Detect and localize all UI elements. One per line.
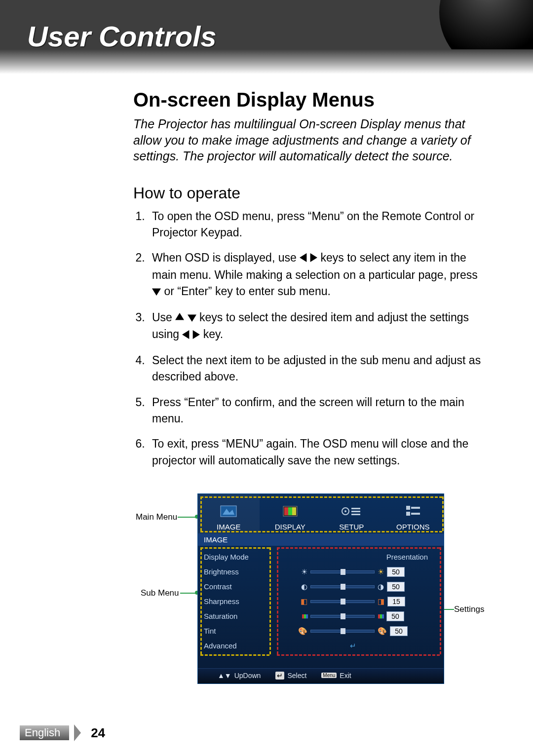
svg-rect-18: [406, 506, 410, 510]
svg-rect-19: [411, 507, 420, 509]
osd-footer: ▲▼UpDown ↵Select MenuExit: [198, 668, 444, 683]
step-5: Press “Enter” to confirm, and the screen…: [148, 394, 489, 427]
down-arrow-icon: [152, 284, 161, 300]
image-icon: [217, 502, 240, 520]
row-brightness[interactable]: Brightness ☀ ☀ 50: [204, 565, 438, 579]
options-icon: [401, 502, 425, 520]
svg-rect-17: [351, 514, 360, 515]
slider[interactable]: [310, 630, 375, 633]
language-label: English: [20, 725, 69, 740]
page-number: 24: [91, 725, 105, 741]
osd-section-title: IMAGE: [198, 533, 444, 546]
slider[interactable]: [310, 585, 375, 588]
svg-rect-15: [351, 508, 360, 509]
row-display-mode[interactable]: Display Mode Presentation: [204, 550, 438, 565]
row-contrast[interactable]: Contrast ◐ ◑ 50: [204, 579, 438, 594]
display-icon: [278, 502, 302, 520]
svg-marker-3: [175, 313, 184, 320]
right-arrow-icon: [308, 250, 317, 266]
svg-marker-4: [188, 315, 196, 322]
slider[interactable]: [310, 600, 375, 603]
enter-icon: ↵: [350, 642, 356, 650]
updown-icon: ▲▼: [218, 672, 231, 680]
page-footer: English 24: [20, 724, 105, 741]
up-arrow-icon: [175, 310, 184, 326]
brightness-icon: ☀: [301, 567, 307, 576]
osd-items: Display Mode Presentation Brightness ☀ ☀…: [198, 546, 444, 668]
svg-point-14: [344, 510, 346, 512]
svg-rect-12: [292, 507, 296, 515]
settings-label: Settings: [454, 605, 484, 614]
menu-key-icon: Menu: [321, 673, 337, 678]
left-arrow-icon: [300, 250, 308, 266]
tint-icon: 🎨: [298, 627, 307, 636]
intro-text: The Projector has multilingual On-screen…: [133, 116, 489, 164]
row-sharpness[interactable]: Sharpness ◧ ◨ 15: [204, 594, 438, 609]
contrast-icon: ◐: [301, 582, 307, 591]
brightness-icon: ☀: [378, 567, 384, 576]
enter-icon: ↵: [275, 672, 284, 680]
content-area: On-screen Display Menus The Projector ha…: [0, 74, 533, 684]
header-title: User Controls: [0, 0, 533, 53]
sharpness-icon: ◨: [378, 597, 384, 606]
saturation-icon: ▮▮▮: [378, 613, 383, 619]
row-advanced[interactable]: Advanced ↵: [204, 639, 438, 653]
main-menu-label: Main Menu: [136, 512, 177, 522]
contrast-icon: ◑: [378, 582, 384, 591]
steps-list: To open the OSD menu, press “Menu” on th…: [133, 208, 489, 469]
osd-window: IMAGE DISPLAY SETUP OPTIONS IMAGE: [197, 493, 444, 684]
slider[interactable]: [310, 615, 375, 618]
osd-tabs: IMAGE DISPLAY SETUP OPTIONS: [198, 494, 444, 533]
tab-setup[interactable]: SETUP: [321, 494, 382, 533]
sub-menu-label: Sub Menu: [141, 588, 179, 598]
svg-rect-16: [351, 511, 360, 512]
saturation-icon: ▮▮▮: [302, 613, 307, 619]
step-6: To exit, press “MENU” again. The OSD men…: [148, 436, 489, 469]
down-arrow-icon: [188, 310, 196, 326]
step-3: Use keys to select the desired item and …: [148, 309, 489, 343]
slider[interactable]: [310, 570, 375, 573]
svg-rect-21: [411, 513, 420, 515]
svg-marker-2: [152, 289, 161, 296]
sharpness-icon: ◧: [301, 597, 307, 606]
svg-rect-10: [284, 507, 288, 515]
left-arrow-icon: [182, 327, 191, 343]
tab-options[interactable]: OPTIONS: [382, 494, 444, 533]
page-header: User Controls: [0, 0, 533, 74]
svg-rect-11: [288, 507, 292, 515]
svg-marker-22: [74, 724, 81, 741]
right-arrow-icon: [191, 327, 200, 343]
tint-icon: 🎨: [378, 627, 387, 636]
chevron-icon: [74, 724, 86, 741]
step-2: When OSD is displayed, use keys to selec…: [148, 250, 489, 301]
step-4: Select the next item to be adjusted in t…: [148, 352, 489, 385]
section-subtitle: How to operate: [133, 184, 489, 202]
svg-rect-7: [221, 506, 236, 517]
row-tint[interactable]: Tint 🎨 🎨 50: [204, 624, 438, 639]
row-saturation[interactable]: Saturation ▮▮▮ ▮▮▮ 50: [204, 609, 438, 624]
svg-marker-0: [300, 253, 306, 262]
svg-marker-6: [193, 330, 200, 339]
svg-marker-1: [310, 253, 317, 262]
tab-display[interactable]: DISPLAY: [260, 494, 321, 533]
svg-marker-5: [182, 330, 189, 339]
step-1: To open the OSD menu, press “Menu” on th…: [148, 208, 489, 241]
osd-diagram: Main Menu Sub Menu Settings IMAGE DISPLA…: [138, 493, 489, 684]
page-title: On-screen Display Menus: [133, 89, 489, 111]
svg-rect-20: [406, 512, 410, 516]
tab-image[interactable]: IMAGE: [198, 494, 260, 533]
setup-icon: [340, 502, 363, 520]
